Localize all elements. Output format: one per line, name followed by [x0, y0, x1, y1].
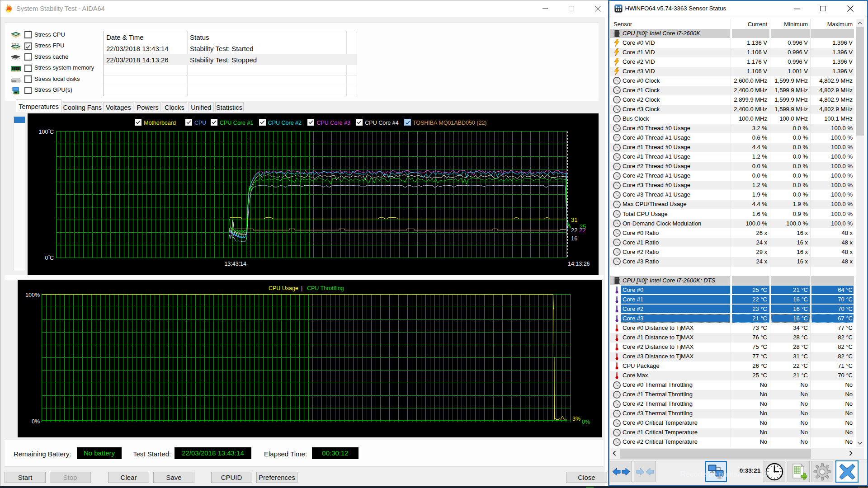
- svg-text:0%: 0%: [582, 419, 590, 425]
- svg-text:3%: 3%: [572, 416, 580, 422]
- svg-text:CPU Throttling: CPU Throttling: [307, 285, 344, 291]
- svg-text:100%: 100%: [25, 291, 40, 298]
- svg-text:|: |: [301, 285, 302, 291]
- svg-text:100°C: 100°C: [39, 128, 54, 135]
- svg-text:22: 22: [571, 227, 577, 234]
- svg-text:0%: 0%: [32, 418, 40, 424]
- svg-text:0°C: 0°C: [45, 254, 54, 261]
- svg-text:CPU Usage: CPU Usage: [269, 285, 298, 291]
- svg-text:16: 16: [571, 235, 577, 242]
- svg-text:22: 22: [579, 227, 585, 234]
- svg-text:14:13:26: 14:13:26: [568, 261, 590, 267]
- svg-text:13:43:14: 13:43:14: [224, 261, 246, 267]
- svg-text:31: 31: [571, 216, 577, 223]
